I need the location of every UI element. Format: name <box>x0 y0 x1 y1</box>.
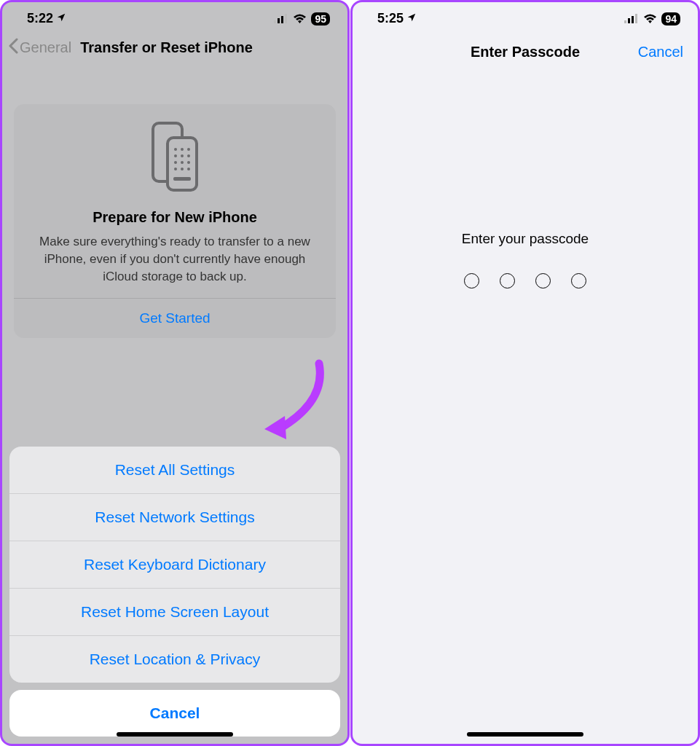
action-sheet-options: Reset All Settings Reset Network Setting… <box>9 447 340 683</box>
reset-home-screen-layout-option[interactable]: Reset Home Screen Layout <box>9 589 340 636</box>
svg-point-15 <box>174 168 177 170</box>
wifi-icon <box>643 14 657 24</box>
passcode-dot <box>464 273 479 288</box>
passcode-prompt: Enter your passcode <box>353 231 698 247</box>
svg-rect-21 <box>632 16 634 23</box>
home-indicator[interactable] <box>117 732 233 737</box>
svg-point-12 <box>174 161 177 164</box>
card-description: Make sure everything's ready to transfer… <box>27 233 323 285</box>
passcode-dot <box>571 273 586 288</box>
svg-rect-22 <box>635 14 637 23</box>
action-sheet-cancel-button[interactable]: Cancel <box>9 690 340 737</box>
reset-location-privacy-option[interactable]: Reset Location & Privacy <box>9 636 340 683</box>
svg-rect-2 <box>281 16 283 23</box>
svg-rect-18 <box>173 177 191 181</box>
phone-screen-reset: 5:22 95 General Transfer or Reset iPho <box>0 0 350 746</box>
svg-rect-0 <box>274 20 276 23</box>
card-title: Prepare for New iPhone <box>27 209 323 226</box>
get-started-button[interactable]: Get Started <box>27 299 323 338</box>
two-phones-icon <box>146 120 204 196</box>
back-chevron-icon[interactable] <box>8 36 18 59</box>
location-icon <box>56 12 66 25</box>
svg-rect-3 <box>285 14 287 23</box>
reset-keyboard-dictionary-option[interactable]: Reset Keyboard Dictionary <box>9 541 340 589</box>
cancel-button[interactable]: Cancel <box>638 44 683 60</box>
nav-title: Enter Passcode <box>471 44 580 60</box>
svg-rect-19 <box>624 20 626 23</box>
home-indicator[interactable] <box>467 732 583 737</box>
annotation-arrow-icon <box>257 358 330 448</box>
reset-all-settings-option[interactable]: Reset All Settings <box>9 447 340 494</box>
reset-network-settings-option[interactable]: Reset Network Settings <box>9 494 340 541</box>
passcode-dot <box>535 273 551 288</box>
svg-rect-1 <box>278 18 280 23</box>
svg-point-8 <box>187 148 190 151</box>
status-bar: 5:22 95 <box>2 2 347 31</box>
svg-point-16 <box>181 168 184 170</box>
back-button-label[interactable]: General <box>20 39 71 56</box>
svg-point-11 <box>187 154 190 157</box>
prepare-card: Prepare for New iPhone Make sure everyth… <box>14 104 336 338</box>
cellular-icon <box>624 14 639 23</box>
passcode-entry: Enter your passcode <box>353 231 698 288</box>
svg-point-17 <box>187 168 190 170</box>
svg-point-10 <box>181 154 184 157</box>
nav-bar: General Transfer or Reset iPhone <box>2 31 347 69</box>
battery-icon: 94 <box>661 12 680 25</box>
status-bar: 5:25 94 <box>353 2 698 31</box>
svg-point-9 <box>174 154 177 157</box>
action-sheet: Reset All Settings Reset Network Setting… <box>9 447 340 737</box>
phone-screen-passcode: 5:25 94 Enter Passcode Cancel Enter your… <box>350 0 700 746</box>
wifi-icon <box>293 14 307 24</box>
svg-point-7 <box>181 148 184 151</box>
svg-point-13 <box>181 161 184 164</box>
location-icon <box>406 12 417 25</box>
svg-rect-20 <box>628 18 630 23</box>
battery-icon: 95 <box>311 12 330 25</box>
passcode-dots[interactable] <box>353 273 698 288</box>
nav-title: Transfer or Reset iPhone <box>80 39 253 56</box>
status-time: 5:22 <box>27 11 53 26</box>
svg-point-6 <box>174 148 177 151</box>
passcode-dot <box>500 273 515 288</box>
svg-point-14 <box>187 161 190 164</box>
status-time: 5:25 <box>377 11 404 26</box>
cellular-icon <box>274 14 288 23</box>
nav-bar: Enter Passcode Cancel <box>353 31 698 71</box>
